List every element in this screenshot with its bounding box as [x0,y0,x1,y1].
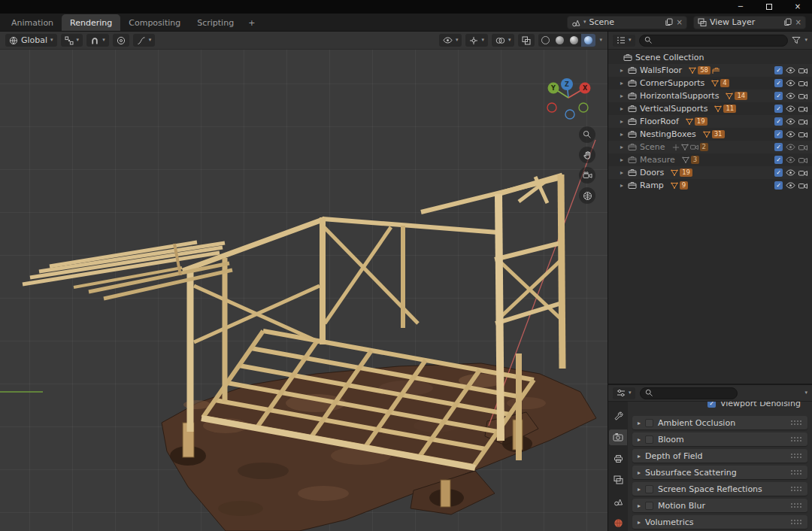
collection-name[interactable]: Scene [640,142,665,152]
gizmo-y-neg-axis[interactable] [579,103,588,112]
expand-icon[interactable]: ▸ [619,169,625,176]
disable-render-icon[interactable] [798,118,807,126]
hide-eye-icon[interactable] [786,67,795,74]
exclude-checkbox[interactable]: ✓ [774,143,783,151]
collection-name[interactable]: CornerSupports [640,78,704,88]
transform-orientation-dropdown[interactable]: Global ▾ [5,34,57,47]
exclude-checkbox[interactable]: ✓ [774,168,783,177]
collection-name[interactable]: VerticalSupports [640,104,707,114]
viewport-canvas[interactable]: Z X Y [0,50,607,531]
panel-ambient-occlusion[interactable]: ▸ Ambient Occlusion [632,416,807,429]
tab-output-properties[interactable] [609,451,627,467]
expand-icon[interactable]: ▸ [619,67,625,74]
expand-icon[interactable]: ▸ [619,131,625,138]
expand-icon[interactable]: ▸ [619,118,625,125]
drag-handle-icon[interactable] [790,469,802,475]
shading-options-dropdown[interactable]: ▾ [599,38,602,43]
outliner-row-cornersupports[interactable]: ▸ CornerSupports 4 ✓ [608,77,812,90]
panel-bloom[interactable]: ▸ Bloom [632,432,807,446]
disable-render-icon[interactable] [798,93,807,100]
shading-wireframe-button[interactable] [538,34,553,47]
disable-render-icon[interactable] [798,169,807,177]
hide-eye-icon[interactable] [786,144,795,150]
expand-icon[interactable]: ▸ [638,502,641,509]
outliner-row-nestingboxes[interactable]: ▸ NestingBoxes 31 ✓ [608,128,812,141]
expand-icon[interactable]: ▸ [619,156,625,163]
screen-space-reflections-checkbox[interactable] [645,485,653,493]
xray-toggle[interactable] [518,34,535,47]
exclude-checkbox[interactable]: ✓ [774,105,783,113]
hide-eye-icon[interactable] [786,105,795,112]
window-minimize-button[interactable]: − [726,0,755,14]
view-layer-selector[interactable]: View Layer × [693,16,806,29]
shading-material-button[interactable] [567,34,581,47]
exclude-checkbox[interactable]: ✓ [774,79,783,87]
outliner-row-verticalsupports[interactable]: ▸ VerticalSupports 11 ✓ [608,102,812,115]
tab-rendering[interactable]: Rendering [62,14,120,31]
panel-motion-blur[interactable]: ▸ Motion Blur [632,499,807,512]
collection-name[interactable]: Ramp [640,181,664,190]
viewport-3d[interactable]: Global ▾ ▾ ▾ [0,32,607,531]
tab-view-layer-properties[interactable] [609,472,627,489]
tab-tool-properties[interactable] [609,408,627,424]
properties-options-chevron[interactable]: ▾ [804,390,807,396]
hide-eye-icon[interactable] [786,80,795,86]
expand-icon[interactable]: ▸ [619,144,625,150]
hide-eye-icon[interactable] [786,131,795,138]
remove-view-layer-icon[interactable]: × [795,18,801,26]
drag-handle-icon[interactable] [790,420,802,426]
motion-blur-checkbox[interactable] [645,502,653,510]
disable-render-icon[interactable] [798,105,807,113]
overlays-dropdown[interactable]: ▾ [492,34,515,47]
expand-icon[interactable]: ▸ [619,93,625,99]
bloom-checkbox[interactable] [645,435,653,444]
gizmos-dropdown[interactable]: ▾ [465,34,488,47]
viewport-denoising-checkbox[interactable]: ✓ [707,402,716,408]
editor-type-outliner-button[interactable]: ▾ [613,35,635,47]
tab-world-properties[interactable] [609,515,627,531]
shading-solid-button[interactable] [553,34,567,47]
panel-subsurface-scattering[interactable]: ▸ Subsurface Scattering [632,466,807,479]
tab-scene-properties[interactable] [609,493,627,510]
outliner-row-ramp[interactable]: ▸ Ramp 9 ✓ [608,179,812,192]
proportional-falloff-dropdown[interactable]: ▾ [133,34,156,47]
disable-render-icon[interactable] [798,144,807,151]
pan-button[interactable] [579,147,595,163]
outliner-row-scene-collection[interactable]: Scene Collection [608,51,812,64]
properties-search-input[interactable] [656,389,732,397]
window-maximize-button[interactable] [755,0,783,14]
expand-icon[interactable]: ▸ [638,469,641,476]
properties-search[interactable] [640,387,738,399]
exclude-checkbox[interactable]: ✓ [774,181,783,190]
filter-chevron-icon[interactable]: ▾ [804,38,807,43]
collection-name[interactable]: NestingBoxes [640,129,696,139]
exclude-checkbox[interactable]: ✓ [774,117,783,126]
disable-render-icon[interactable] [798,67,807,74]
hide-eye-icon[interactable] [786,118,795,125]
disable-render-icon[interactable] [798,131,807,138]
zoom-button[interactable] [579,126,595,143]
hide-eye-icon[interactable] [786,156,795,163]
collection-name[interactable]: Measure [640,155,675,165]
expand-icon[interactable]: ▸ [619,182,625,189]
navigation-gizmo[interactable]: Z X Y [541,72,598,126]
unlink-scene-icon[interactable]: × [677,18,683,26]
panel-screen-space-reflections[interactable]: ▸ Screen Space Reflections [632,482,807,496]
outliner-row-doors[interactable]: ▸ Doors 19 ✓ [608,166,812,179]
collection-name[interactable]: HorizontalSupports [640,91,719,101]
expand-icon[interactable]: ▸ [619,105,625,112]
tab-render-properties[interactable] [609,429,627,446]
tab-compositing[interactable]: Compositing [120,14,189,31]
expand-icon[interactable]: ▸ [638,519,641,526]
exclude-checkbox[interactable]: ✓ [774,66,783,74]
drag-handle-icon[interactable] [790,436,802,442]
object-type-visibility-dropdown[interactable]: ▾ [439,34,462,47]
gizmo-x-neg-axis[interactable] [547,103,556,112]
disable-render-icon[interactable] [798,80,807,87]
outliner-row-floorroof[interactable]: ▸ FloorRoof 19 ✓ [608,115,812,128]
collection-name[interactable]: Scene Collection [635,53,704,62]
hide-eye-icon[interactable] [786,169,795,176]
outliner-row-wallsfloor[interactable]: ▸ WallsFloor 58 ✓ [608,64,812,77]
pivot-point-dropdown[interactable]: ▾ [61,34,83,47]
editor-type-properties-button[interactable]: ▾ [613,387,635,399]
